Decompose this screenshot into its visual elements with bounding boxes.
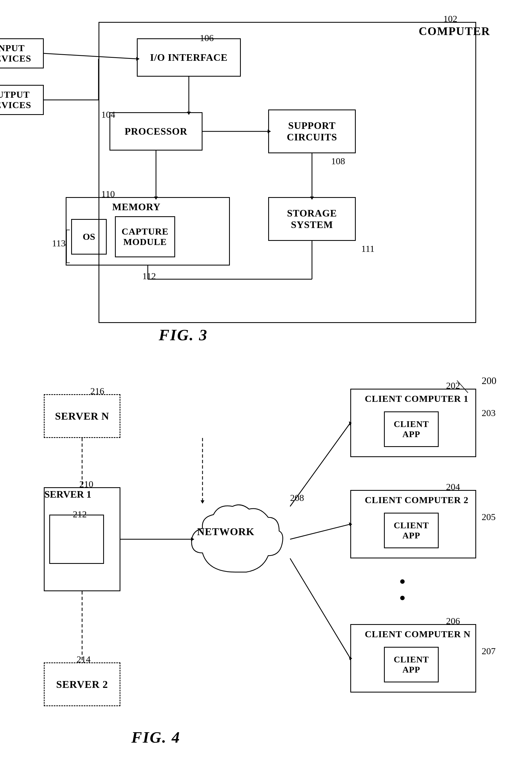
- ref-106: 106: [200, 33, 214, 43]
- client-computer-n-box: CLIENT COMPUTER N CLIENT APP: [350, 624, 476, 693]
- server1-label: SERVER 1: [44, 489, 91, 500]
- memory-label: MEMORY: [112, 201, 161, 213]
- support-circuits-box: SUPPORT CIRCUITS: [268, 109, 356, 153]
- input-devices-box: INPUT DEVICES: [0, 38, 44, 68]
- network-cloud-svg: [186, 501, 285, 578]
- server-n-box: SERVER N: [44, 394, 120, 438]
- ref-206: 206: [446, 616, 460, 626]
- dots: •: [400, 572, 407, 591]
- client-app-2-box: CLIENT APP: [384, 513, 439, 548]
- ref-207: 207: [482, 646, 496, 656]
- client-app-1-box: CLIENT APP: [384, 411, 439, 447]
- output-devices-box: OUTPUT DEVICES: [0, 85, 44, 115]
- page: 102 COMPUTER I/O INTERFACE 106 PROCESSOR…: [0, 0, 532, 773]
- ref-205: 205: [482, 512, 496, 522]
- io-interface-box: I/O INTERFACE: [137, 38, 241, 77]
- ref-111: 111: [361, 244, 374, 254]
- ref-200: 200: [482, 375, 496, 387]
- fig4-diagram: 200 SERVER N 216 SERVER 1 210 212 SERVER…: [22, 372, 509, 755]
- ref-108: 108: [331, 156, 345, 166]
- ref-202: 202: [446, 380, 460, 391]
- client-computer-n-label: CLIENT COMPUTER N: [365, 629, 471, 639]
- storage-system-box: STORAGE SYSTEM: [268, 197, 356, 241]
- os-box: OS: [71, 219, 107, 255]
- fig4-caption: FIG. 4: [131, 728, 180, 746]
- ref-104: 104: [101, 109, 115, 120]
- processor-box: PROCESSOR: [109, 112, 203, 151]
- svg-line-27: [290, 558, 350, 658]
- ref-210: 210: [79, 479, 93, 489]
- ref-208: 208: [290, 493, 304, 503]
- ref-214: 214: [77, 654, 91, 665]
- server1-inner-box: [49, 515, 104, 564]
- fig3-caption: FIG. 3: [159, 326, 208, 344]
- ref-102: 102: [443, 14, 457, 24]
- client-computer-1-box: CLIENT COMPUTER 1 CLIENT APP: [350, 389, 476, 457]
- client-computer-1-label: CLIENT COMPUTER 1: [365, 394, 469, 404]
- client-computer-2-label: CLIENT COMPUTER 2: [365, 495, 469, 505]
- dots2: •: [400, 589, 407, 607]
- capture-module-box: CAPTURE MODULE: [115, 216, 175, 257]
- client-computer-2-box: CLIENT COMPUTER 2 CLIENT APP: [350, 490, 476, 558]
- computer-label: COMPUTER: [419, 25, 490, 38]
- fig3-diagram: 102 COMPUTER I/O INTERFACE 106 PROCESSOR…: [22, 11, 509, 345]
- ref-216: 216: [90, 386, 104, 396]
- client-app-n-box: CLIENT APP: [384, 647, 439, 682]
- svg-line-25: [290, 524, 350, 539]
- network-label: NETWORK: [197, 526, 255, 538]
- ref-112: 112: [142, 271, 156, 281]
- ref-212: 212: [73, 509, 87, 520]
- server2-box: SERVER 2: [44, 662, 120, 706]
- ref-203: 203: [482, 408, 496, 418]
- ref-110: 110: [101, 189, 115, 199]
- ref-204: 204: [446, 482, 460, 492]
- ref-113: 113: [52, 238, 66, 249]
